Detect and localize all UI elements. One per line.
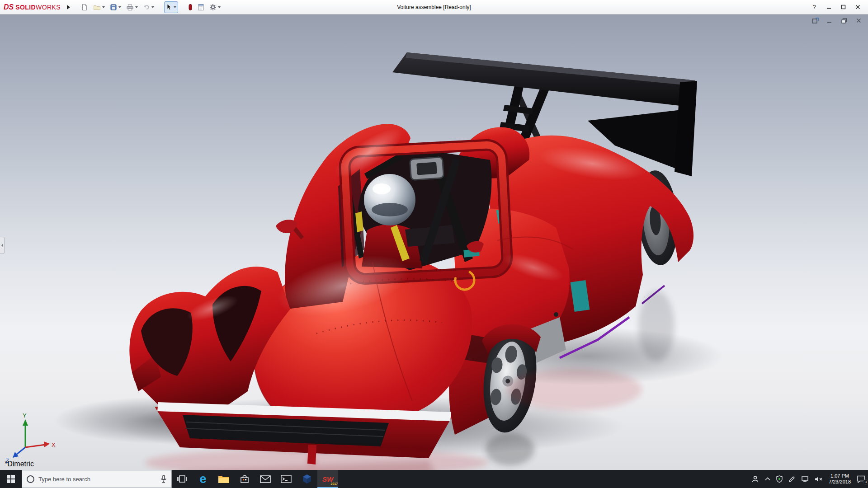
solidworks-app-icon: SW2017 <box>322 476 333 483</box>
file-explorer-icon <box>218 474 230 483</box>
select-dropdown-caret[interactable] <box>174 6 176 8</box>
printer-icon <box>126 4 134 11</box>
tray-expand-button[interactable] <box>765 477 770 481</box>
document-window-controls <box>811 17 863 24</box>
maximize-icon <box>841 5 846 9</box>
edge-icon: e <box>199 473 206 485</box>
mail-button[interactable] <box>255 470 276 488</box>
3d-viewport[interactable]: Y X Z *Dimetric <box>0 14 868 470</box>
save-button[interactable] <box>108 1 123 13</box>
orientation-triad: Y X Z <box>5 412 56 464</box>
doc-restore-button[interactable] <box>840 17 848 24</box>
close-button[interactable] <box>851 2 864 13</box>
network-button[interactable] <box>801 476 809 483</box>
cortana-icon <box>27 475 34 483</box>
brand-works: WORKS <box>36 4 61 11</box>
help-button[interactable]: ? <box>807 2 821 13</box>
app-titlebar: DS SOLID WORKS <box>0 0 868 14</box>
select-tool-button[interactable] <box>164 1 178 13</box>
camera-pod <box>410 157 443 180</box>
save-dropdown-caret[interactable] <box>118 6 121 8</box>
new-document-button[interactable] <box>79 1 90 13</box>
file-explorer-button[interactable] <box>213 470 234 488</box>
window-title: Voiture assemblee [Read-only] <box>397 4 471 10</box>
doc-restore-icon <box>841 18 847 23</box>
doc-close-button[interactable] <box>854 17 863 24</box>
chevron-up-icon <box>765 477 770 481</box>
form-sheet-icon <box>198 4 204 11</box>
undo-button[interactable] <box>141 1 156 13</box>
system-tray: 1:07 PM 7/23/2018 3 <box>751 470 868 488</box>
notification-badge: 3 <box>863 479 868 485</box>
console-button[interactable] <box>276 470 297 488</box>
undo-arrow-icon <box>143 4 150 11</box>
race-car-scene: Y X Z <box>0 14 868 470</box>
pen-icon <box>788 476 795 483</box>
windows-logo-icon <box>7 475 15 483</box>
doc-float-button[interactable] <box>811 17 819 24</box>
store-button[interactable] <box>234 470 255 488</box>
clock-time: 1:07 PM <box>829 473 851 479</box>
options-button[interactable] <box>208 1 222 13</box>
cad-viewer-button[interactable] <box>297 470 317 488</box>
solidworks-app-button[interactable]: SW2017 <box>317 470 338 488</box>
task-view-button[interactable] <box>172 470 193 488</box>
select-cursor-icon <box>166 4 172 11</box>
action-center-button[interactable]: 3 <box>857 475 865 483</box>
volume-button[interactable] <box>815 476 823 483</box>
options-dropdown-caret[interactable] <box>218 6 221 8</box>
triad-y-label: Y <box>23 412 27 419</box>
new-document-icon <box>81 4 88 11</box>
doc-minimize-icon <box>827 18 832 23</box>
open-dropdown-caret[interactable] <box>102 6 105 8</box>
quick-access-toolbar <box>79 1 222 13</box>
clock-date: 7/23/2018 <box>829 479 851 485</box>
panel-collapse-tab[interactable] <box>0 237 5 254</box>
security-button[interactable] <box>776 475 783 483</box>
xpress-tools-button[interactable] <box>186 1 194 13</box>
close-icon <box>855 5 860 9</box>
print-button[interactable] <box>124 1 140 13</box>
people-button[interactable] <box>751 475 759 483</box>
pen-settings-button[interactable] <box>788 476 795 483</box>
minimize-icon <box>826 5 831 9</box>
menu-flyout-arrow-icon[interactable] <box>67 5 70 9</box>
volume-muted-icon <box>815 476 823 483</box>
window-controls: ? <box>807 2 864 13</box>
solidworks-logo[interactable]: DS SOLID WORKS <box>4 3 61 11</box>
maximize-button[interactable] <box>836 2 850 13</box>
gear-icon <box>209 4 217 11</box>
view-orientation-label: *Dimetric <box>5 460 34 468</box>
store-bag-icon <box>240 474 250 483</box>
mail-icon <box>260 475 271 483</box>
cad-cube-icon <box>302 474 312 484</box>
doc-minimize-button[interactable] <box>826 17 834 24</box>
open-document-button[interactable] <box>91 1 107 13</box>
edge-browser-button[interactable]: e <box>193 470 213 488</box>
undo-dropdown-caret[interactable] <box>151 6 154 8</box>
console-icon <box>281 475 292 483</box>
minimize-button[interactable] <box>822 2 835 13</box>
doc-close-icon <box>856 18 861 23</box>
open-folder-icon <box>93 4 101 11</box>
start-button[interactable] <box>0 470 22 488</box>
float-window-icon <box>812 18 819 23</box>
taskbar-search-input[interactable]: Type here to search <box>22 470 172 488</box>
task-view-icon <box>177 475 188 483</box>
ds-logo-icon: DS <box>4 3 14 11</box>
windows-taskbar: Type here to search e SW2017 1:07 PM 7/2… <box>0 470 868 488</box>
triad-x-label: X <box>52 441 56 448</box>
red-capsule-icon <box>188 4 193 11</box>
save-floppy-icon <box>110 4 117 11</box>
defender-shield-icon <box>776 475 783 483</box>
brand-solid: SOLID <box>15 4 36 11</box>
taskbar-clock[interactable]: 1:07 PM 7/23/2018 <box>829 473 851 485</box>
people-icon <box>751 475 759 483</box>
network-ethernet-icon <box>801 476 809 483</box>
search-placeholder: Type here to search <box>38 476 156 483</box>
microphone-icon[interactable] <box>160 475 167 483</box>
print-dropdown-caret[interactable] <box>135 6 138 8</box>
properties-form-button[interactable] <box>196 1 206 13</box>
